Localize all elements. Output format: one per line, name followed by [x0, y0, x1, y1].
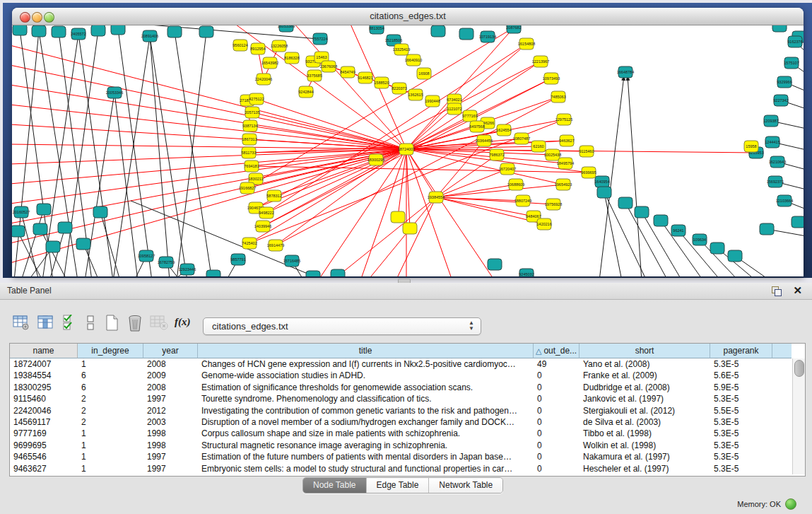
graph-node[interactable]: 9242844 — [298, 86, 313, 98]
graph-node[interactable] — [654, 215, 668, 226]
graph-node[interactable]: 10958127 — [138, 250, 155, 262]
row-height-icon[interactable] — [86, 315, 96, 332]
graph-node[interactable]: 7557224 — [312, 33, 327, 45]
tab-edge-table[interactable]: Edge Table — [367, 478, 430, 493]
table-row[interactable]: 1456911722003Disruption of a novel membe… — [10, 416, 774, 428]
graph-node[interactable] — [391, 211, 405, 223]
graph-node[interactable]: 9227342 — [773, 95, 788, 106]
graph-node[interactable]: 1624554 — [496, 124, 511, 136]
graph-node[interactable]: 2405572 — [71, 28, 86, 40]
graph-node[interactable]: 16908 — [417, 68, 431, 79]
table-row[interactable]: 977716911998Corpus callosum shape and si… — [10, 428, 774, 439]
graph-node[interactable]: 1209387 — [763, 115, 778, 127]
graph-node[interactable] — [32, 25, 46, 37]
graph-node[interactable]: 20160527 — [13, 206, 30, 218]
graph-node[interactable] — [76, 238, 90, 250]
table-row[interactable]: 946362711997Embryonic stem cells: a mode… — [10, 463, 774, 474]
graph-node[interactable] — [33, 223, 47, 235]
graph-node[interactable]: 5811733 — [241, 147, 256, 158]
graph-node[interactable]: 16210643 — [769, 156, 786, 168]
window-titlebar[interactable]: citations_edges.txt — [12, 8, 804, 25]
graph-node[interactable]: 10688609 — [507, 179, 524, 190]
graph-node[interactable]: 16720407 — [499, 163, 516, 175]
graph-node[interactable] — [167, 26, 182, 37]
graph-node[interactable] — [52, 26, 66, 37]
graph-node[interactable]: 9162376 — [787, 36, 802, 47]
graph-node[interactable] — [12, 226, 25, 237]
table-source-select[interactable]: citations_edges.txt ▲▼ — [203, 317, 481, 335]
graph-node[interactable] — [199, 26, 213, 37]
graph-node[interactable]: 18807249 — [514, 195, 531, 206]
graph-node[interactable] — [597, 187, 611, 198]
graph-node[interactable] — [46, 241, 60, 252]
column-header-name[interactable]: name — [10, 344, 78, 358]
graph-node[interactable]: 9463627 — [559, 135, 574, 146]
graph-node[interactable]: 18724007 — [398, 144, 415, 155]
table-row[interactable]: 1872400712008Changes of HCN gene express… — [10, 358, 774, 370]
graph-node[interactable]: 9498222 — [259, 207, 273, 218]
graph-node[interactable]: 9115460 — [579, 146, 594, 157]
graph-node[interactable]: 9146821 — [358, 72, 372, 83]
graph-node[interactable] — [403, 223, 417, 234]
graph-node[interactable]: 20364456 — [476, 135, 493, 146]
graph-node[interactable] — [93, 206, 107, 218]
graph-node[interactable]: 16053389 — [278, 25, 295, 32]
table-row[interactable]: 969969511998Structural magnetic resonanc… — [10, 440, 774, 451]
table-row[interactable]: 2242004622012Investigating the contribut… — [10, 405, 774, 416]
graph-node[interactable]: 7485063 — [551, 91, 565, 103]
graph-node[interactable]: 19384554 — [428, 192, 445, 203]
graph-node[interactable] — [760, 223, 774, 235]
graph-node[interactable] — [37, 204, 51, 215]
graph-node[interactable]: 7986372 — [489, 149, 504, 160]
graph-node[interactable]: 19756928 — [545, 199, 562, 210]
graph-node[interactable]: 16782759 — [158, 257, 175, 268]
graph-node[interactable]: 23676068 — [320, 61, 337, 72]
graph-node[interactable]: 3375685 — [307, 70, 322, 81]
graph-node[interactable]: 9857791 — [230, 254, 245, 265]
graph-node[interactable]: 96241 — [671, 225, 686, 236]
graph-node[interactable]: 18495794 — [557, 158, 574, 169]
column-header-title[interactable]: title — [198, 344, 534, 358]
graph-node[interactable]: 19654923 — [555, 179, 572, 190]
graph-node[interactable]: 1362615 — [408, 89, 423, 100]
graph-node[interactable]: 9560124 — [233, 40, 247, 51]
graph-node[interactable]: 1640954 — [594, 176, 609, 187]
graph-node[interactable]: 8220373 — [392, 83, 406, 94]
graph-node[interactable]: 1588520 — [374, 77, 389, 88]
table-row[interactable]: 911546021997Tourette syndrome. Phenomeno… — [10, 393, 774, 404]
graph-node[interactable]: 2057135 — [245, 107, 259, 118]
graph-node[interactable]: 20891406 — [141, 30, 158, 42]
select-all-icon[interactable] — [63, 315, 77, 332]
column-header-year[interactable]: year — [143, 344, 198, 358]
column-header-in_degree[interactable]: in_degree — [78, 344, 143, 358]
graph-node[interactable] — [459, 28, 473, 40]
graph-node[interactable]: 13226058 — [271, 40, 288, 52]
graph-node[interactable] — [306, 271, 320, 276]
column-header-short[interactable]: short — [579, 344, 710, 358]
graph-node[interactable] — [91, 25, 105, 36]
delete-table-icon[interactable] — [150, 315, 168, 330]
graph-node[interactable]: 1420216 — [536, 218, 551, 230]
graph-node[interactable]: 15692371 — [767, 176, 784, 187]
graph-node[interactable]: 9245032 — [519, 269, 534, 276]
graph-node[interactable]: 1867313 — [242, 134, 257, 145]
graph-node[interactable]: 14039946 — [254, 221, 271, 232]
graph-node[interactable] — [206, 270, 220, 276]
graph-node[interactable]: 109634 — [693, 234, 707, 245]
graph-node[interactable]: 7425402 — [242, 238, 257, 249]
graph-node[interactable]: 8186328 — [284, 52, 299, 64]
graph-node[interactable]: 2087682 — [506, 25, 521, 33]
table-scrollbar-thumb[interactable] — [794, 360, 804, 377]
graph-node[interactable] — [58, 222, 72, 233]
table-row[interactable]: 946554611997Estimation of the future num… — [10, 451, 774, 462]
graph-node[interactable] — [792, 216, 804, 228]
graph-node[interactable]: 20053346 — [106, 87, 123, 98]
table-scrollbar[interactable] — [792, 358, 805, 474]
graph-node[interactable]: 15716485 — [283, 255, 300, 267]
graph-node[interactable]: 1121072 — [447, 103, 461, 115]
graph-node[interactable]: 8912954 — [250, 43, 265, 54]
graph-node[interactable] — [772, 25, 787, 32]
graph-node[interactable]: 6497568 — [469, 121, 484, 132]
memory-ok-indicator[interactable] — [785, 498, 796, 510]
close-panel-icon[interactable]: ✕ — [793, 284, 802, 297]
